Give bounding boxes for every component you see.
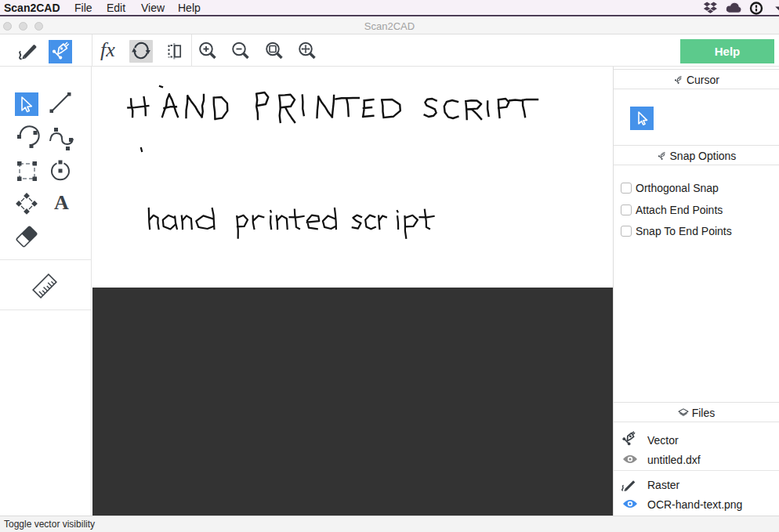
svg-text:fx: fx	[100, 38, 115, 61]
svg-text:A: A	[54, 191, 69, 214]
